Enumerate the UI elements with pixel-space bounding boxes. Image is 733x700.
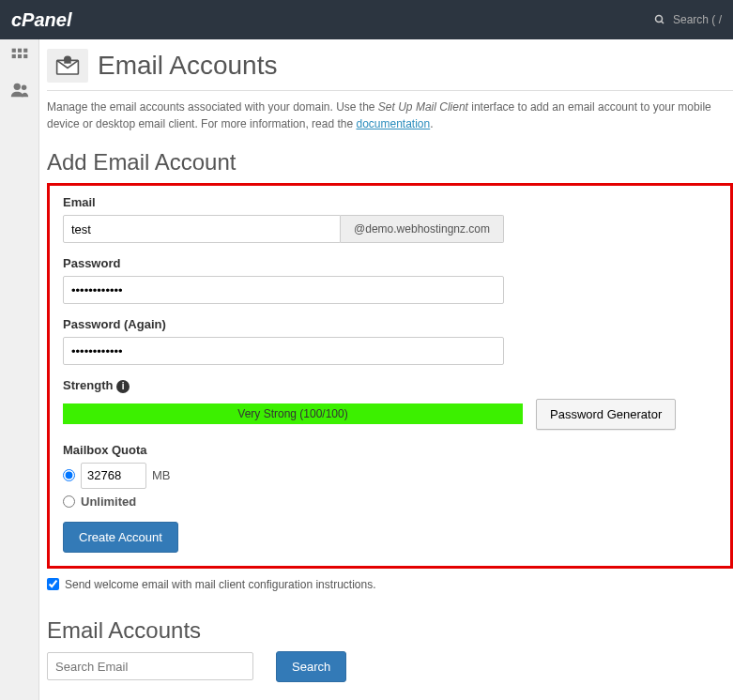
- add-account-form: Email @demo.webhostingnz.com Password Pa…: [47, 183, 733, 569]
- svg-rect-3: [17, 49, 21, 53]
- svg-rect-2: [11, 49, 15, 53]
- apps-icon[interactable]: [10, 47, 29, 68]
- create-account-button[interactable]: Create Account: [63, 522, 178, 553]
- page-title: Email Accounts: [98, 51, 277, 81]
- quota-custom-radio[interactable]: [63, 469, 75, 481]
- password-label: Password: [63, 256, 717, 270]
- search-icon: [654, 14, 665, 25]
- strength-label: Strength i: [63, 378, 717, 393]
- password-again-input[interactable]: [63, 337, 504, 365]
- svg-rect-7: [23, 54, 27, 58]
- welcome-email-label: Send welcome email with mail client conf…: [65, 578, 375, 591]
- email-domain: @demo.webhostingnz.com: [341, 215, 504, 243]
- svg-rect-6: [17, 54, 21, 58]
- main-content: Email Accounts Manage the email accounts…: [39, 39, 733, 700]
- search-placeholder: Search ( /: [673, 13, 722, 26]
- list-section-title: Email Accounts: [47, 617, 733, 644]
- sidebar: [0, 39, 39, 700]
- search-email-input[interactable]: [47, 652, 253, 680]
- password-again-label: Password (Again): [63, 317, 717, 331]
- welcome-email-checkbox[interactable]: [47, 578, 59, 590]
- quota-label: Mailbox Quota: [63, 443, 717, 457]
- documentation-link[interactable]: documentation: [356, 117, 430, 130]
- strength-meter: Very Strong (100/100): [63, 403, 523, 424]
- svg-line-1: [661, 22, 664, 24]
- svg-point-8: [13, 84, 20, 90]
- topbar-search[interactable]: Search ( /: [654, 13, 722, 26]
- quota-unit: MB: [152, 468, 171, 482]
- unlimited-label: Unlimited: [81, 495, 136, 509]
- svg-rect-5: [11, 54, 15, 58]
- password-generator-button[interactable]: Password Generator: [536, 399, 676, 430]
- users-icon[interactable]: [9, 80, 30, 103]
- svg-point-9: [21, 85, 26, 91]
- topbar: cPanel Search ( /: [0, 0, 733, 39]
- add-section-title: Add Email Account: [47, 149, 733, 175]
- password-input[interactable]: [63, 276, 504, 304]
- info-icon[interactable]: i: [116, 380, 130, 393]
- table-header: Account @ Domain Usage / Quota / %: [47, 697, 733, 701]
- email-input[interactable]: [63, 215, 341, 243]
- svg-point-0: [655, 16, 662, 23]
- svg-rect-4: [23, 49, 27, 53]
- email-label: Email: [63, 195, 717, 209]
- email-accounts-icon: [47, 49, 88, 83]
- page-header: Email Accounts: [47, 49, 733, 91]
- quota-input[interactable]: [81, 463, 146, 489]
- quota-unlimited-radio[interactable]: [63, 495, 75, 508]
- cpanel-logo: cPanel: [11, 9, 71, 31]
- intro-text: Manage the email accounts associated wit…: [47, 99, 733, 132]
- search-button[interactable]: Search: [276, 651, 346, 682]
